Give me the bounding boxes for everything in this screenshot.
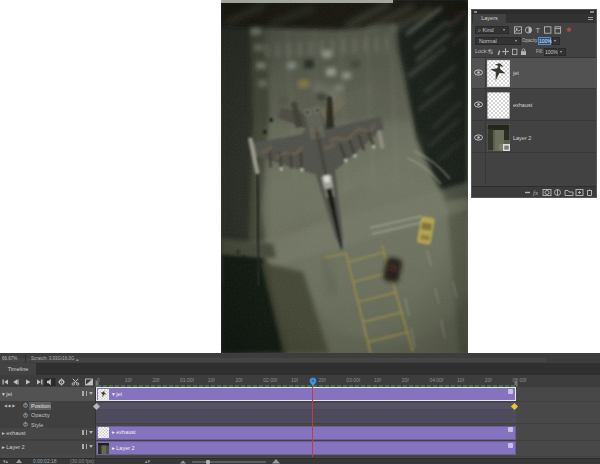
svg-text:fx: fx <box>533 189 539 196</box>
svg-text:T: T <box>536 26 541 34</box>
